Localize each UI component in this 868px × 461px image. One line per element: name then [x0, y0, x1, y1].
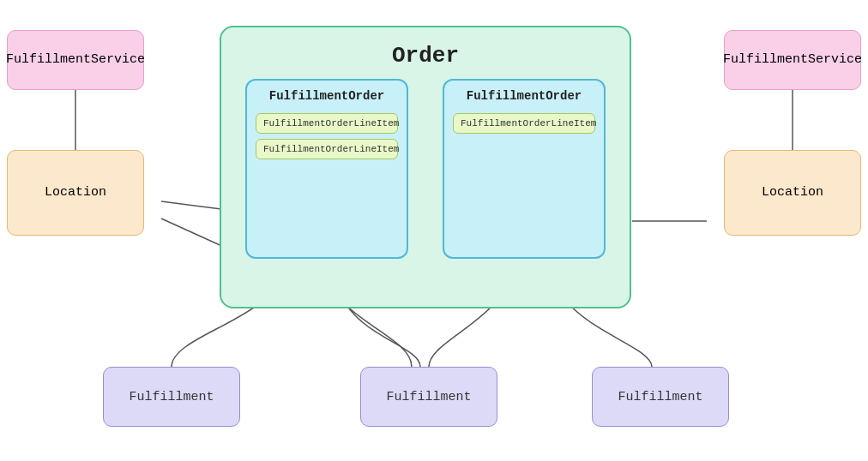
svg-line-1	[161, 201, 227, 210]
fulfillment-service-right: FulfillmentService	[724, 30, 861, 90]
line-item-1: FulfillmentOrderLineItem	[256, 113, 398, 134]
fulfillment-3: Fulfillment	[592, 367, 729, 427]
fulfillment-2: Fulfillment	[360, 367, 497, 427]
fulfillment-service-left: FulfillmentService	[7, 30, 144, 90]
line-item-3: FulfillmentOrderLineItem	[453, 113, 595, 134]
location-right: Location	[724, 150, 861, 236]
fulfillment-1: Fulfillment	[103, 367, 240, 427]
order-title: Order	[392, 43, 459, 69]
fulfillment-order-2: FulfillmentOrder FulfillmentOrderLineIte…	[443, 79, 606, 259]
diagram: FulfillmentService Location Order Fulfil…	[0, 0, 868, 461]
svg-line-2	[161, 219, 227, 248]
location-left: Location	[7, 150, 144, 236]
fulfillment-order-1: FulfillmentOrder FulfillmentOrderLineIte…	[245, 79, 408, 259]
order-container: Order FulfillmentOrder FulfillmentOrderL…	[220, 26, 631, 308]
line-item-2: FulfillmentOrderLineItem	[256, 139, 398, 159]
